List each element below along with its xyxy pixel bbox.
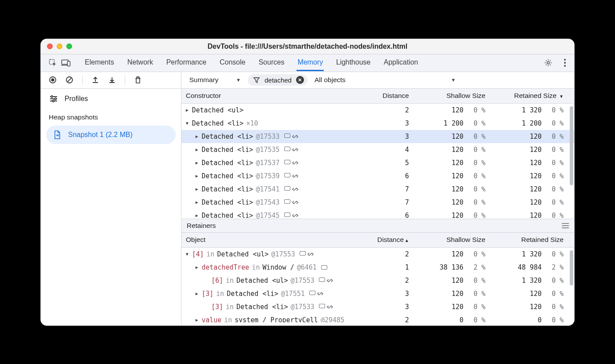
clear-icon[interactable] bbox=[65, 75, 74, 85]
table-row[interactable]: ▶ Detached <li> @17535 4 1200 % 1200 % bbox=[181, 143, 574, 156]
constructors-body[interactable]: ▶ Detached <ul> 2 1200 % 1 3200 % ▼ Deta… bbox=[181, 104, 574, 219]
record-icon[interactable] bbox=[48, 75, 58, 85]
snapshot-name: Snapshot 1 bbox=[68, 131, 104, 138]
retainers-title: Retainers bbox=[187, 222, 216, 230]
tab-application[interactable]: Application bbox=[383, 55, 419, 71]
close-window-button[interactable] bbox=[47, 43, 53, 49]
device-toolbar-icon[interactable] bbox=[61, 58, 71, 68]
table-row[interactable]: ▶ detachedTree in Window / @6461 1 38 13… bbox=[181, 261, 574, 274]
snapshot-item[interactable]: Snapshot 1 (2.2 MB) bbox=[46, 126, 176, 144]
sort-desc-icon: ▼ bbox=[559, 94, 564, 99]
table-row[interactable]: ▶ Detached <li> @17533 3 1200 % 1200 % bbox=[181, 130, 574, 143]
svg-point-5 bbox=[564, 62, 566, 64]
sidebar-section-heap: Heap snapshots bbox=[41, 109, 181, 123]
profiles-sidebar: Profiles Heap snapshots Snapshot 1 (2.2 … bbox=[41, 89, 181, 325]
class-filter-input[interactable]: detached ✕ bbox=[248, 74, 308, 86]
table-row[interactable]: ▶ Detached <li> @17539 6 1200 % 1200 % bbox=[181, 169, 574, 183]
zoom-window-button[interactable] bbox=[66, 43, 72, 49]
chevron-down-icon: ▼ bbox=[236, 77, 241, 83]
settings-icon[interactable] bbox=[543, 58, 553, 68]
window-title: DevTools - file:///Users/stmarthe/detach… bbox=[41, 43, 574, 50]
tab-elements[interactable]: Elements bbox=[84, 55, 115, 71]
inspect-element-icon[interactable] bbox=[48, 58, 58, 68]
snapshot-content: Constructor Distance Shallow Size Retain… bbox=[181, 89, 574, 325]
table-row[interactable]: [6] in Detached <ul> @17553 2 1200 % 1 3… bbox=[181, 274, 574, 287]
table-row[interactable]: ▶ Detached <ul> 2 1200 % 1 3200 % bbox=[181, 104, 574, 117]
tab-network[interactable]: Network bbox=[127, 55, 154, 71]
retainers-header-bar[interactable]: Retainers bbox=[181, 219, 574, 233]
svg-point-8 bbox=[51, 78, 54, 81]
tab-memory[interactable]: Memory bbox=[297, 55, 324, 71]
memory-toolbar: Summary ▼ detached ✕ All objects ▼ bbox=[41, 72, 574, 89]
table-row[interactable]: ▼ Detached <li> ×10 3 1 2000 % 1 2000 % bbox=[181, 117, 574, 130]
traffic-lights bbox=[47, 43, 72, 49]
table-row[interactable]: ▼ [4] in Detached <ul> @17553 2 1200 % 1… bbox=[181, 248, 574, 261]
constructors-header: Constructor Distance Shallow Size Retain… bbox=[181, 89, 574, 104]
clear-filter-icon[interactable]: ✕ bbox=[296, 76, 304, 84]
svg-rect-2 bbox=[68, 61, 70, 66]
minimize-window-button[interactable] bbox=[57, 43, 62, 49]
col-retained[interactable]: Retained Size bbox=[490, 233, 568, 246]
col-object[interactable]: Object bbox=[181, 233, 369, 246]
tab-console[interactable]: Console bbox=[219, 55, 246, 71]
table-row[interactable]: ▶ Detached <li> @17543 7 1200 % 1200 % bbox=[181, 196, 574, 209]
svg-point-11 bbox=[54, 98, 56, 100]
view-select[interactable]: Summary ▼ bbox=[188, 75, 242, 85]
titlebar: DevTools - file:///Users/stmarthe/detach… bbox=[41, 39, 574, 54]
filter-value: detached bbox=[264, 76, 292, 84]
scrollbar-thumb[interactable] bbox=[570, 250, 573, 285]
filter-icon bbox=[253, 76, 260, 83]
svg-point-12 bbox=[52, 100, 54, 102]
hamburger-icon[interactable] bbox=[562, 223, 569, 228]
download-icon[interactable] bbox=[107, 75, 117, 85]
garbage-collect-icon[interactable] bbox=[133, 75, 143, 85]
col-distance[interactable]: Distance bbox=[369, 89, 413, 102]
col-retained[interactable]: Retained Size ▼ bbox=[490, 89, 568, 102]
document-icon bbox=[52, 130, 62, 140]
tab-sources[interactable]: Sources bbox=[258, 55, 286, 71]
col-constructor[interactable]: Constructor bbox=[181, 89, 369, 102]
devtools-window: DevTools - file:///Users/stmarthe/detach… bbox=[40, 39, 575, 326]
retainers-body[interactable]: ▼ [4] in Detached <ul> @17553 2 1200 % 1… bbox=[181, 248, 574, 322]
col-shallow[interactable]: Shallow Size bbox=[413, 89, 490, 102]
objects-filter-select[interactable]: All objects ▼ bbox=[313, 75, 458, 85]
table-row[interactable]: ▶ Detached <li> @17545 6 1200 % 1200 % bbox=[181, 209, 574, 219]
snapshot-size: (2.2 MB) bbox=[105, 131, 132, 138]
more-icon[interactable] bbox=[560, 58, 570, 68]
col-distance[interactable]: Distance▲ bbox=[369, 233, 413, 246]
table-row[interactable]: ▶ [3] in Detached <li> @17551 3 1200 % 1… bbox=[181, 287, 574, 300]
retainers-header: Object Distance▲ Shallow Size Retained S… bbox=[181, 233, 574, 248]
objects-filter-label: All objects bbox=[315, 76, 346, 84]
table-row[interactable]: ▶ value in system / PropertyCell @29485 … bbox=[181, 314, 574, 322]
svg-point-3 bbox=[547, 61, 549, 64]
scrollbar-thumb[interactable] bbox=[570, 106, 573, 185]
upload-icon[interactable] bbox=[90, 75, 100, 85]
sliders-icon[interactable] bbox=[49, 94, 58, 104]
profiles-label: Profiles bbox=[65, 95, 88, 103]
tab-performance[interactable]: Performance bbox=[165, 55, 207, 71]
svg-point-6 bbox=[564, 65, 566, 67]
col-shallow[interactable]: Shallow Size bbox=[413, 233, 490, 246]
table-row[interactable]: [3] in Detached <li> @17533 3 1200 % 120… bbox=[181, 300, 574, 314]
panel-tabs: Elements Network Performance Console Sou… bbox=[41, 54, 574, 72]
svg-point-10 bbox=[51, 96, 53, 97]
view-select-label: Summary bbox=[189, 76, 218, 84]
sort-asc-icon: ▲ bbox=[405, 238, 409, 243]
svg-point-4 bbox=[564, 59, 566, 61]
chevron-down-icon: ▼ bbox=[451, 77, 456, 83]
table-row[interactable]: ▶ Detached <li> @17537 5 1200 % 1200 % bbox=[181, 156, 574, 169]
table-row[interactable]: ▶ Detached <li> @17541 7 1200 % 1200 % bbox=[181, 183, 574, 196]
tab-lighthouse[interactable]: Lighthouse bbox=[335, 55, 371, 71]
